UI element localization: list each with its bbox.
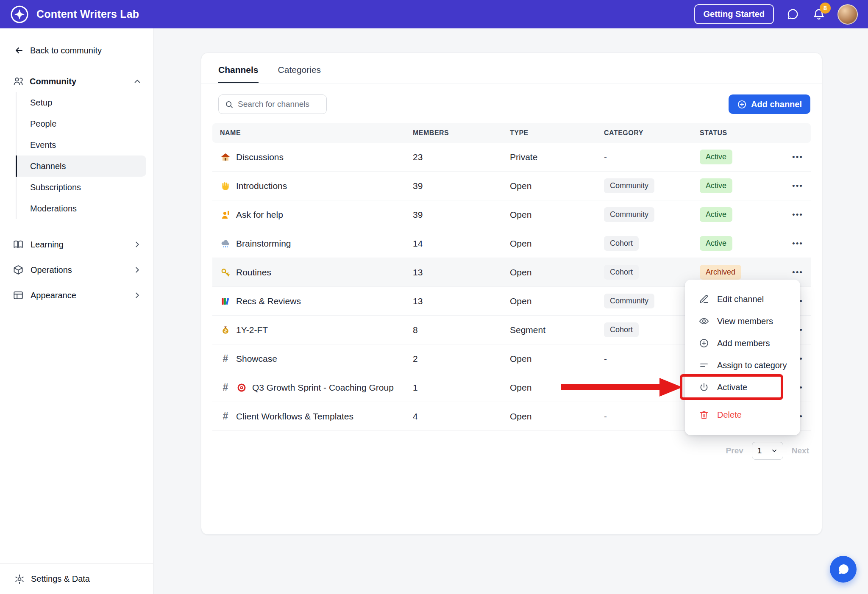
settings-and-data-link[interactable]: Settings & Data	[0, 563, 153, 594]
channel-name-cell: #Showcase	[212, 353, 413, 364]
sidebar-group-label: Operations	[31, 265, 72, 275]
back-to-community-label: Back to community	[30, 46, 102, 56]
pagination: Prev 1 Next	[201, 442, 809, 460]
books-icon	[220, 296, 231, 307]
raised-hand-icon	[220, 209, 231, 220]
chat-bubble-icon	[786, 8, 799, 21]
arrow-left-icon	[14, 45, 24, 56]
type-cell: Open	[510, 181, 604, 191]
channel-search	[218, 94, 327, 114]
table-row[interactable]: Introductions39OpenCommunityActive•••	[212, 172, 811, 200]
menu-item-label: Edit channel	[717, 294, 764, 304]
table-row[interactable]: Ask for help39OpenCommunityActive•••	[212, 200, 811, 229]
sidebar-item-channels[interactable]: Channels	[17, 155, 146, 177]
community-icon	[13, 76, 24, 87]
channel-name: Recs & Reviews	[236, 296, 301, 306]
add-channel-button[interactable]: Add channel	[729, 94, 810, 114]
layout-icon	[13, 290, 24, 301]
sidebar-item-setup[interactable]: Setup	[17, 92, 146, 113]
chevron-right-icon	[133, 265, 142, 275]
column-header-members: MEMBERS	[413, 129, 510, 137]
channel-name: Showcase	[236, 354, 277, 364]
menu-item-label: Assign to category	[717, 361, 787, 370]
tab-bar: ChannelsCategories	[201, 53, 822, 83]
row-actions-button[interactable]: •••	[792, 153, 803, 162]
cube-icon	[13, 264, 24, 275]
channel-name-cell: Routines	[212, 267, 413, 278]
category-badge: Community	[604, 294, 654, 308]
table-row[interactable]: Discussions23Private-Active•••	[212, 143, 811, 172]
category-empty: -	[604, 354, 607, 364]
sidebar-group-label: Learning	[31, 240, 64, 250]
row-actions-button[interactable]: •••	[792, 210, 803, 219]
status-badge: Active	[700, 150, 732, 164]
menu-item-delete[interactable]: Delete	[685, 404, 800, 426]
channel-name-cell: 1Y-2-FT	[212, 325, 413, 336]
type-cell: Segment	[510, 325, 604, 335]
topbar: Content Writers Lab Getting Started 8	[0, 0, 868, 28]
members-cell: 4	[413, 411, 510, 422]
menu-item-activate[interactable]: Activate	[685, 376, 800, 398]
community-subnav: SetupPeopleEventsChannelsSubscriptionsMo…	[16, 92, 146, 219]
sidebar-spacer	[0, 308, 153, 563]
channel-name: 1Y-2-FT	[236, 325, 268, 335]
page-select[interactable]: 1	[752, 442, 783, 460]
category-empty: -	[604, 152, 607, 162]
sidebar-item-moderations[interactable]: Moderations	[17, 198, 146, 219]
category-cell: Community	[604, 207, 700, 222]
topbar-actions: Getting Started 8	[694, 4, 858, 25]
row-actions-button[interactable]: •••	[792, 268, 803, 277]
menu-item-add-members[interactable]: Add members	[685, 332, 800, 354]
channel-name-cell: Recs & Reviews	[212, 296, 413, 307]
search-icon	[225, 100, 234, 109]
menu-item-label: Add members	[717, 339, 770, 348]
sidebar-group-learning[interactable]: Learning	[0, 232, 153, 257]
eye-icon	[698, 316, 709, 327]
target-icon	[236, 382, 247, 393]
row-actions-button[interactable]: •••	[792, 239, 803, 248]
prev-page-button[interactable]: Prev	[726, 446, 743, 455]
search-input[interactable]	[238, 100, 320, 109]
next-page-button[interactable]: Next	[792, 446, 809, 455]
members-cell: 8	[413, 325, 510, 335]
menu-item-label: Activate	[717, 383, 747, 392]
status-cell: Archived	[700, 265, 785, 280]
menu-item-edit-channel[interactable]: Edit channel	[685, 288, 800, 310]
column-header-category: CATEGORY	[604, 129, 700, 137]
channel-name: Discussions	[236, 152, 284, 162]
category-empty: -	[604, 383, 607, 392]
house-icon	[220, 152, 231, 163]
back-to-community-link[interactable]: Back to community	[14, 45, 153, 56]
sidebar-group-label: Appearance	[31, 291, 76, 300]
tab-categories[interactable]: Categories	[278, 65, 321, 83]
notifications-button[interactable]: 8	[811, 7, 826, 22]
sidebar-group-appearance[interactable]: Appearance	[0, 283, 153, 308]
sidebar-group-operations[interactable]: Operations	[0, 257, 153, 283]
menu-item-label: Delete	[717, 410, 742, 420]
plus-circle-icon	[737, 100, 747, 109]
sidebar-item-events[interactable]: Events	[17, 134, 146, 155]
app-title: Content Writers Lab	[36, 8, 139, 20]
sidebar-item-people[interactable]: People	[17, 113, 146, 134]
members-cell: 1	[413, 383, 510, 393]
row-actions-button[interactable]: •••	[792, 181, 803, 191]
category-badge: Community	[604, 178, 654, 193]
menu-item-assign-to-category[interactable]: Assign to category	[685, 354, 800, 376]
book-icon	[13, 239, 24, 250]
category-badge: Cohort	[604, 322, 639, 337]
category-badge: Cohort	[604, 236, 639, 251]
category-cell: Cohort	[604, 265, 700, 280]
row-context-menu: Edit channelView membersAdd membersAssig…	[685, 280, 800, 435]
menu-item-view-members[interactable]: View members	[685, 310, 800, 332]
channel-name-cell: Brainstorming	[212, 238, 413, 249]
messages-button[interactable]	[785, 7, 800, 22]
table-row[interactable]: Brainstorming14OpenCohortActive•••	[212, 229, 811, 258]
getting-started-button[interactable]: Getting Started	[694, 4, 774, 24]
sidebar-section-community[interactable]: Community	[13, 76, 142, 87]
sidebar-item-subscriptions[interactable]: Subscriptions	[17, 177, 146, 198]
support-chat-button[interactable]	[830, 556, 857, 583]
type-cell: Open	[510, 239, 604, 249]
tab-channels[interactable]: Channels	[218, 65, 259, 83]
settings-and-data-label: Settings & Data	[31, 574, 90, 584]
user-avatar[interactable]	[837, 4, 858, 25]
